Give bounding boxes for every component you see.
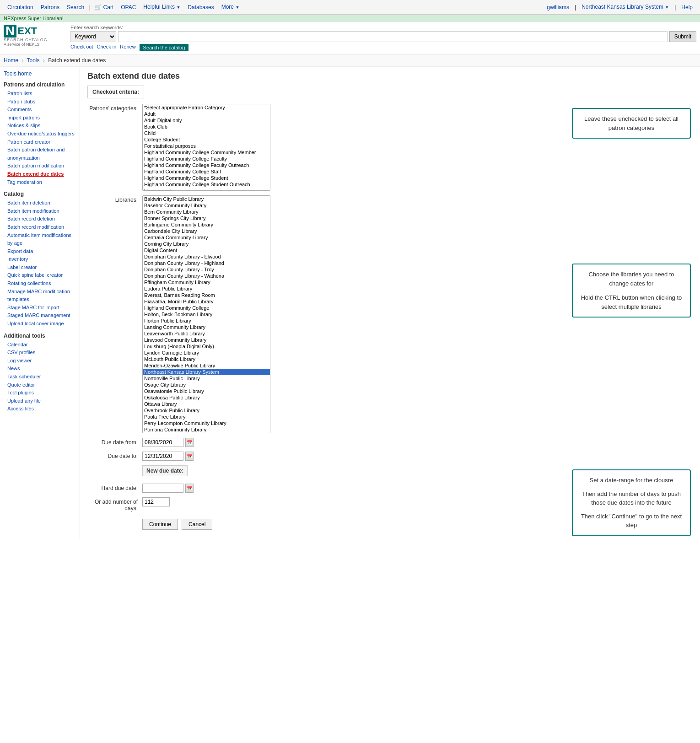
callout-libraries: Choose the libraries you need to change … [572,264,691,318]
patron-categories-select[interactable]: *Select appropriate Patron Category Adul… [142,104,270,191]
search-row: Keyword Submit [70,31,696,42]
hard-due-date-picker[interactable]: 📅 [185,484,194,493]
due-date-from-picker[interactable]: 📅 [185,438,194,447]
sidebar-item-upload-cover[interactable]: Upload local cover image [4,320,76,328]
libraries-select[interactable]: Baldwin City Public Library Basehor Comm… [142,195,270,433]
nav-cart[interactable]: 🛒 Cart [91,0,117,15]
sidebar-item-csv-profiles[interactable]: CSV profiles [4,349,76,357]
sidebar-item-tag-moderation[interactable]: Tag moderation [4,178,76,187]
sidebar-item-access-files[interactable]: Access files [4,405,76,413]
main-layout: Tools home Patrons and circulation Patro… [0,67,700,539]
checkin-link[interactable]: Check in [97,44,117,51]
nav-patrons[interactable]: Patrons [37,0,63,15]
breadcrumb-sep2: › [43,57,45,64]
sidebar-item-news[interactable]: News [4,365,76,373]
libraries-label: Libraries: [87,195,142,203]
due-date-from-wrapper: 📅 [142,438,194,447]
logo-service: A service of NEKLS [4,42,63,47]
user-link[interactable]: gwilliams [543,0,573,15]
patron-cat-option-6: For statistical purposes [143,143,270,149]
sidebar-item-rotating[interactable]: Rotating collections [4,280,76,288]
sidebar-item-comments[interactable]: Comments [4,106,76,114]
sidebar-item-batch-item-modification[interactable]: Batch item modification [4,207,76,215]
sidebar-item-staged-marc[interactable]: Staged MARC management [4,312,76,320]
sidebar-item-patron-card[interactable]: Patron card creator [4,138,76,146]
sidebar-section-additional: Additional tools [4,333,76,339]
logo: N EXT [4,25,63,38]
search-submit-button[interactable]: Submit [669,31,696,42]
sidebar-item-inventory[interactable]: Inventory [4,255,76,264]
sidebar-item-quick-spine[interactable]: Quick spine label creator [4,271,76,280]
patron-cat-option-13: Homebound [143,188,270,191]
nav-more[interactable]: More ▼ [218,0,243,15]
logo-ext: EXT [17,25,37,37]
cancel-button[interactable]: Cancel [182,519,212,530]
logo-area: N EXT SEARCH CATALOG A service of NEKLS [4,25,63,47]
patron-cat-option-2: Adult-Digital only [143,117,270,124]
sidebar-item-label-creator[interactable]: Label creator [4,264,76,272]
sidebar-item-export-data[interactable]: Export data [4,248,76,256]
sidebar-item-batch-item-deletion[interactable]: Batch item deletion [4,199,76,207]
sidebar-item-patron-clubs[interactable]: Patron clubs [4,98,76,106]
sidebar-item-batch-record-modification[interactable]: Batch record modification [4,223,76,232]
sidebar-item-log-viewer[interactable]: Log viewer [4,357,76,365]
sidebar-item-batch-patron-modification[interactable]: Batch patron modification [4,162,76,170]
sidebar-item-upload-any[interactable]: Upload any file [4,397,76,405]
add-days-label: Or add number of days: [87,497,142,511]
sidebar-item-overdue[interactable]: Overdue notice/status triggers [4,130,76,138]
search-type-select[interactable]: Keyword [70,31,116,42]
library-caret: ▼ [665,5,669,10]
sidebar-item-stage-marc[interactable]: Stage MARC for import [4,304,76,312]
checkout-criteria-box: Checkout criteria: [87,86,144,98]
patron-cat-option-3: Book Club [143,124,270,130]
due-date-to-row: Due date to: 📅 [87,452,693,461]
sidebar-item-manage-marc[interactable]: Manage MARC modification templates [4,288,76,304]
breadcrumb-sep1: › [22,57,23,64]
nav-helpful-links[interactable]: Helpful Links ▼ [140,0,184,15]
library-link[interactable]: Northeast Kansas Library System ▼ [578,0,673,15]
sidebar-item-tool-plugins[interactable]: Tool plugins [4,389,76,397]
callout-box3-line2: Then add the number of days to push thos… [580,490,683,507]
nav-circulation[interactable]: Circulation [4,0,37,15]
patron-cat-option-8: Highland Community College Faculty [143,156,270,162]
checkout-link[interactable]: Check out [70,44,93,51]
sidebar-item-patron-lists[interactable]: Patron lists [4,90,76,98]
patron-cat-option-11: Highland Community College Student [143,175,270,181]
breadcrumb-tools[interactable]: Tools [27,57,39,64]
nav-opac[interactable]: OPAC [117,0,140,15]
search-area: Enter search keywords: Keyword Submit Ch… [70,25,696,51]
search-catalog-button[interactable]: Search the catalog [140,44,189,51]
sidebar-item-batch-record-deletion[interactable]: Batch record deletion [4,215,76,223]
nav-search[interactable]: Search [63,0,88,15]
add-days-input[interactable] [142,497,170,506]
sidebar-item-batch-extend[interactable]: Batch extend due dates [4,170,76,178]
logo-subtitle: SEARCH CATALOG [4,38,63,42]
renew-link[interactable]: Renew [120,44,135,51]
due-date-to-picker[interactable]: 📅 [185,452,194,461]
sidebar-item-notices[interactable]: Notices & slips [4,122,76,130]
patron-categories-label: Patrons' categories: [87,104,142,112]
continue-button[interactable]: Continue [142,519,178,530]
sidebar-item-calendar[interactable]: Calendar [4,341,76,349]
sidebar-home[interactable]: Tools home [4,70,76,77]
hard-due-date-label: Hard due date: [87,484,142,491]
sidebar-item-task-scheduler[interactable]: Task scheduler [4,373,76,381]
due-date-to-input[interactable] [142,452,183,461]
action-buttons: Continue Cancel [142,519,212,530]
callout-date-range: Set a date-range for the clousre Then ad… [572,469,691,536]
sidebar-item-import-patrons[interactable]: Import patrons [4,114,76,122]
due-date-from-input[interactable] [142,438,183,447]
sidebar-item-auto-item-mod[interactable]: Automatic item modifications by age [4,232,76,248]
callout-box3-line1: Set a date-range for the clousre [580,476,683,485]
breadcrumb-current: Batch extend due dates [48,57,106,64]
sidebar-item-batch-patron-deletion[interactable]: Batch patron deletion and anonymization [4,146,76,162]
breadcrumb-home[interactable]: Home [4,57,18,64]
top-navigation: Circulation Patrons Search | 🛒 Cart OPAC… [0,0,700,15]
help-link[interactable]: Help [678,0,696,15]
nav-databases[interactable]: Databases [184,0,217,15]
search-input[interactable] [118,31,668,42]
new-due-date-header: New due date: [142,465,188,476]
sidebar-item-quote-editor[interactable]: Quote editor [4,381,76,389]
hard-due-date-input[interactable] [142,484,183,493]
search-label: Enter search keywords: [70,25,696,30]
